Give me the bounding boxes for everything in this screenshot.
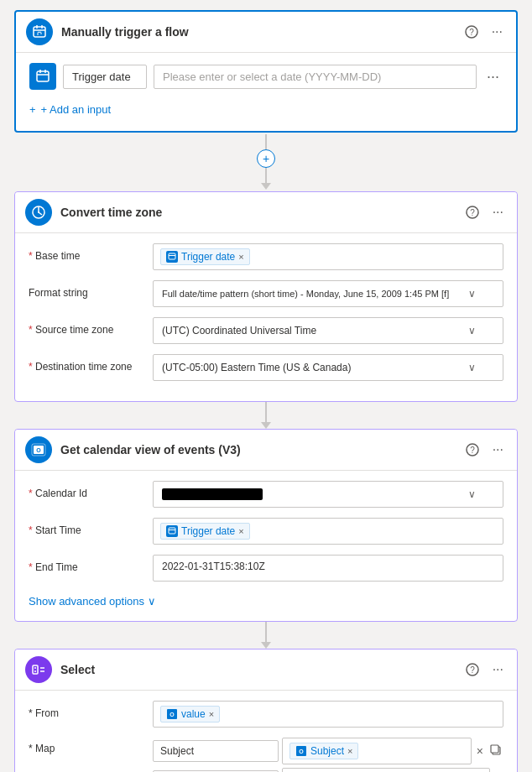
convert-dest-text: (UTC-05:00) Eastern Time (US & Canada)	[162, 362, 351, 373]
select-card-body: * From O value ×	[15, 691, 517, 772]
convert-source-label: * Source time zone	[29, 317, 146, 336]
convert-source-text: (UTC) Coordinated Universal Time	[162, 325, 316, 336]
calendar-start-input[interactable]: Trigger date ×	[153, 518, 503, 545]
connector-2-line	[265, 402, 267, 422]
svg-text:?: ?	[470, 208, 475, 217]
map-val-1-token-icon: O	[295, 745, 307, 757]
connector-1: +	[257, 134, 275, 190]
trigger-date-token: Trigger date ×	[160, 248, 250, 265]
add-step-btn-1[interactable]: +	[257, 149, 275, 168]
connector-2-arrow	[261, 422, 271, 429]
connector-3-arrow	[261, 642, 271, 649]
calendar-header-icon: O	[25, 436, 52, 463]
map-val-1[interactable]: O Subject ×	[282, 738, 472, 764]
convert-format-chevron: ∨	[468, 288, 476, 300]
convert-format-value: Full date/time pattern (short time) - Mo…	[153, 280, 503, 307]
convert-basetime-value: Trigger date ×	[153, 243, 503, 270]
convert-source-dropdown[interactable]: (UTC) Coordinated Universal Time ∨	[153, 317, 503, 344]
trigger-date-token-icon	[166, 251, 178, 263]
select-from-token-remove[interactable]: ×	[209, 709, 214, 719]
calendar-id-redacted	[162, 488, 263, 500]
trigger-date-token-remove[interactable]: ×	[238, 252, 243, 262]
convert-format-row: Format string Full date/time pattern (sh…	[29, 280, 503, 307]
convert-header-icon	[25, 199, 52, 226]
svg-text:?: ?	[470, 665, 475, 675]
trigger-header-icon	[26, 18, 53, 45]
show-advanced-label: Show advanced options	[29, 595, 144, 608]
convert-dest-label: * Destination time zone	[29, 354, 146, 373]
convert-card-header: Convert time zone ? ···	[15, 192, 517, 233]
svg-rect-37	[491, 745, 498, 753]
trigger-date-more-btn[interactable]: ···	[483, 68, 503, 86]
convert-header-actions: ? ···	[462, 203, 507, 222]
connector-2	[261, 402, 271, 429]
convert-source-value: (UTC) Coordinated Universal Time ∨	[153, 317, 503, 344]
convert-dest-dropdown[interactable]: (UTC-05:00) Eastern Time (US & Canada) ∨	[153, 354, 503, 381]
calendar-card: O Get calendar view of events (V3) ? ···…	[14, 429, 518, 622]
map-val-1-token: O Subject ×	[289, 743, 358, 759]
svg-text:O: O	[36, 447, 41, 453]
select-map-value: Subject O Subject ×	[153, 738, 503, 772]
convert-dest-chevron: ∨	[468, 362, 476, 373]
convert-source-chevron: ∨	[468, 325, 476, 336]
calendar-id-value: ∨	[153, 481, 503, 508]
calendar-id-label: * Calendar Id	[29, 481, 146, 499]
svg-point-13	[38, 211, 39, 213]
trigger-card-header: Manually trigger a flow ? ···	[16, 12, 516, 53]
convert-card-body: * Base time Trigger date ×	[15, 233, 517, 401]
trigger-date-icon	[29, 63, 56, 90]
calendar-more-btn[interactable]: ···	[489, 441, 507, 459]
flow-canvas: Manually trigger a flow ? ···	[10, 10, 522, 772]
convert-dest-row: * Destination time zone (UTC-05:00) East…	[29, 354, 503, 381]
calendar-help-btn[interactable]: ?	[462, 441, 482, 458]
convert-format-dropdown[interactable]: Full date/time pattern (short time) - Mo…	[153, 280, 503, 307]
select-header-icon	[25, 656, 52, 683]
map-val-2[interactable]: ⏱ Converted time... ×	[282, 768, 490, 772]
convert-help-btn[interactable]: ?	[462, 204, 482, 221]
convert-basetime-row: * Base time Trigger date ×	[29, 243, 503, 270]
show-advanced-chevron: ∨	[148, 595, 156, 608]
calendar-start-token: Trigger date ×	[160, 523, 250, 540]
svg-text:?: ?	[470, 446, 475, 455]
trigger-date-label: Trigger date	[63, 65, 147, 89]
calendar-start-token-remove[interactable]: ×	[238, 526, 243, 536]
add-input-label: + Add an input	[41, 103, 112, 116]
add-input-plus: +	[29, 103, 36, 116]
convert-more-btn[interactable]: ···	[489, 203, 507, 222]
calendar-start-token-text: Trigger date	[181, 525, 235, 537]
calendar-end-label: * End Time	[29, 555, 146, 573]
convert-format-label: Format string	[29, 280, 146, 299]
select-from-input[interactable]: O value ×	[153, 701, 503, 728]
map-row-1-delete[interactable]: ×	[475, 743, 485, 760]
map-row-1-actions: ×	[475, 743, 503, 760]
select-from-label: * From	[29, 701, 146, 719]
select-map-row: * Map Subject O	[29, 738, 503, 772]
svg-text:O: O	[170, 712, 175, 717]
trigger-help-btn[interactable]: ?	[462, 23, 482, 40]
select-help-btn[interactable]: ?	[462, 661, 482, 678]
convert-title: Convert time zone	[60, 206, 462, 219]
select-from-token-icon: O	[166, 708, 178, 720]
trigger-date-row: Trigger date Please enter or select a da…	[29, 63, 503, 90]
calendar-card-header: O Get calendar view of events (V3) ? ···	[15, 430, 517, 471]
trigger-date-input[interactable]: Please enter or select a date (YYYY-MM-D…	[154, 65, 477, 89]
show-advanced-btn[interactable]: Show advanced options ∨	[29, 592, 156, 611]
connector-3-line	[265, 622, 267, 642]
calendar-end-value: 2022-01-31T15:38:10Z	[153, 555, 503, 582]
add-input-button[interactable]: + + Add an input	[29, 98, 111, 121]
calendar-end-input[interactable]: 2022-01-31T15:38:10Z	[153, 555, 503, 582]
trigger-more-btn[interactable]: ···	[488, 23, 506, 41]
convert-basetime-input[interactable]: Trigger date ×	[153, 243, 503, 270]
convert-card: Convert time zone ? ··· * Base time	[14, 191, 518, 402]
select-header-actions: ? ···	[462, 660, 507, 679]
select-more-btn[interactable]: ···	[489, 660, 507, 679]
calendar-start-value: Trigger date ×	[153, 518, 503, 545]
map-val-1-token-remove[interactable]: ×	[347, 746, 352, 756]
connector-3	[261, 622, 271, 649]
trigger-title: Manually trigger a flow	[61, 25, 462, 39]
map-key-1[interactable]: Subject	[153, 740, 279, 762]
calendar-id-dropdown[interactable]: ∨	[153, 481, 503, 508]
select-from-value: O value ×	[153, 701, 503, 728]
map-row-1-copy[interactable]	[488, 743, 503, 760]
connector-1-arrow	[261, 183, 271, 190]
